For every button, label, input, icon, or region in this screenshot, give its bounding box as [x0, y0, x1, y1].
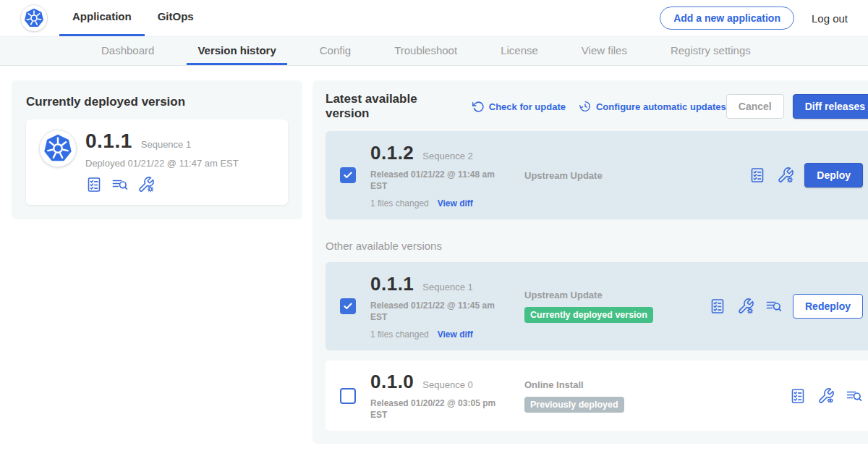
- subnav-license[interactable]: License: [490, 37, 549, 65]
- header-actions: Add a new application Log out: [660, 7, 848, 30]
- header-tabs: Application GitOps: [59, 0, 207, 36]
- subnav-dashboard[interactable]: Dashboard: [90, 37, 165, 65]
- version-checkbox[interactable]: [340, 388, 356, 404]
- deployed-timestamp: Deployed 01/21/22 @ 11:47 am EST: [85, 158, 239, 169]
- version-row-0-1-2: 0.1.2 Sequence 2 Released 01/21/22 @ 11:…: [326, 131, 868, 219]
- latest-version-title: Latest available version: [326, 92, 459, 121]
- version-checkbox[interactable]: [340, 298, 356, 314]
- deployed-sequence-label: Sequence 1: [141, 139, 191, 150]
- logout-button[interactable]: Log out: [812, 12, 848, 25]
- preflight-checks-icon[interactable]: [85, 176, 103, 193]
- configure-updates-button[interactable]: Configure automatic updates: [579, 100, 726, 113]
- kubernetes-logo-icon: [41, 132, 75, 165]
- add-application-button[interactable]: Add a new application: [660, 7, 794, 30]
- kubernetes-logo-icon: [22, 7, 46, 30]
- tab-gitops[interactable]: GitOps: [145, 0, 207, 34]
- subnav-config[interactable]: Config: [309, 37, 362, 65]
- previously-deployed-badge: Previously deployed: [524, 397, 624, 413]
- subnav-view-files[interactable]: View files: [571, 37, 638, 65]
- preflight-checks-icon[interactable]: [709, 298, 726, 315]
- version-info: 0.1.2 Sequence 2 Released 01/21/22 @ 11:…: [370, 142, 513, 209]
- deployed-version-card: 0.1.1 Sequence 1 Deployed 01/21/22 @ 11:…: [26, 119, 288, 205]
- view-diff-link[interactable]: View diff: [438, 329, 473, 340]
- check-for-update-button[interactable]: Check for update: [472, 101, 566, 113]
- released-timestamp: Released 01/21/22 @ 11:45 am EST: [370, 300, 513, 323]
- preflight-checks-icon[interactable]: [749, 167, 766, 184]
- main-content: Currently deployed version: [0, 66, 868, 444]
- deployed-version-info: 0.1.1 Sequence 1 Deployed 01/21/22 @ 11:…: [85, 130, 239, 193]
- config-icon[interactable]: [777, 167, 794, 184]
- deploy-logs-icon[interactable]: [846, 387, 863, 405]
- version-actions-icons: [709, 298, 783, 315]
- refresh-icon: [472, 101, 485, 113]
- version-source: Upstream Update: [524, 170, 709, 181]
- version-number: 0.1.0: [370, 371, 414, 393]
- version-checkbox[interactable]: [340, 167, 356, 183]
- other-versions-heading: Other available versions: [326, 240, 868, 252]
- files-changed-label: 1 files changed: [370, 198, 429, 209]
- currently-deployed-title: Currently deployed version: [26, 95, 288, 109]
- redeploy-button[interactable]: Redeploy: [793, 294, 863, 319]
- diff-releases-button[interactable]: Diff releases: [793, 94, 868, 119]
- deploy-logs-icon[interactable]: [765, 298, 783, 315]
- check-for-update-label: Check for update: [489, 101, 566, 112]
- version-number: 0.1.2: [370, 142, 414, 164]
- files-changed-label: 1 files changed: [370, 329, 429, 340]
- app-subnav: Dashboard Version history Config Trouble…: [0, 36, 868, 66]
- deploy-button[interactable]: Deploy: [804, 163, 863, 188]
- source-label: Online Install: [524, 379, 709, 390]
- sequence-label: Sequence 0: [422, 379, 472, 390]
- preflight-checks-icon[interactable]: [789, 387, 807, 405]
- version-actions-icons: [789, 387, 863, 405]
- version-row-0-1-1: 0.1.1 Sequence 1 Released 01/21/22 @ 11:…: [326, 262, 868, 350]
- released-timestamp: Released 01/20/22 @ 03:05 pm EST: [370, 397, 513, 421]
- subnav-troubleshoot[interactable]: Troubleshoot: [383, 37, 468, 65]
- config-icon[interactable]: [737, 298, 754, 315]
- source-label: Upstream Update: [524, 290, 709, 300]
- subnav-registry-settings[interactable]: Registry settings: [660, 37, 762, 65]
- deploy-logs-icon[interactable]: [111, 176, 129, 193]
- top-header: Application GitOps Add a new application…: [0, 0, 868, 36]
- sequence-label: Sequence 1: [422, 282, 472, 292]
- version-info: 0.1.0 Sequence 0 Released 01/20/22 @ 03:…: [370, 371, 513, 421]
- version-source: Online Install Previously deployed: [524, 379, 709, 413]
- currently-deployed-badge: Currently deployed version: [524, 307, 653, 323]
- view-diff-link[interactable]: View diff: [438, 198, 473, 209]
- currently-deployed-panel: Currently deployed version: [12, 80, 302, 219]
- version-row-0-1-0: 0.1.0 Sequence 0 Released 01/20/22 @ 03:…: [326, 361, 868, 431]
- sequence-label: Sequence 2: [422, 151, 472, 161]
- tab-application[interactable]: Application: [59, 0, 145, 36]
- latest-version-header: Latest available version Check for updat…: [326, 92, 868, 121]
- version-info: 0.1.1 Sequence 1 Released 01/21/22 @ 11:…: [370, 273, 513, 340]
- cancel-button[interactable]: Cancel: [726, 94, 784, 119]
- app-logo: [20, 4, 48, 32]
- version-number: 0.1.1: [370, 273, 414, 295]
- view-config-icon[interactable]: [817, 387, 835, 405]
- deployed-version-number: 0.1.1: [85, 130, 132, 153]
- source-label: Upstream Update: [524, 170, 709, 181]
- released-timestamp: Released 01/21/22 @ 11:48 am EST: [370, 169, 513, 192]
- configure-updates-label: Configure automatic updates: [596, 101, 726, 112]
- version-actions-icons: [749, 167, 794, 184]
- app-icon-badge: [39, 130, 77, 167]
- subnav-version-history[interactable]: Version history: [187, 37, 286, 65]
- config-icon[interactable]: [137, 176, 155, 193]
- schedule-update-icon: [579, 100, 592, 113]
- version-source: Upstream Update Currently deployed versi…: [524, 290, 709, 323]
- version-history-panel: Latest available version Check for updat…: [312, 80, 868, 444]
